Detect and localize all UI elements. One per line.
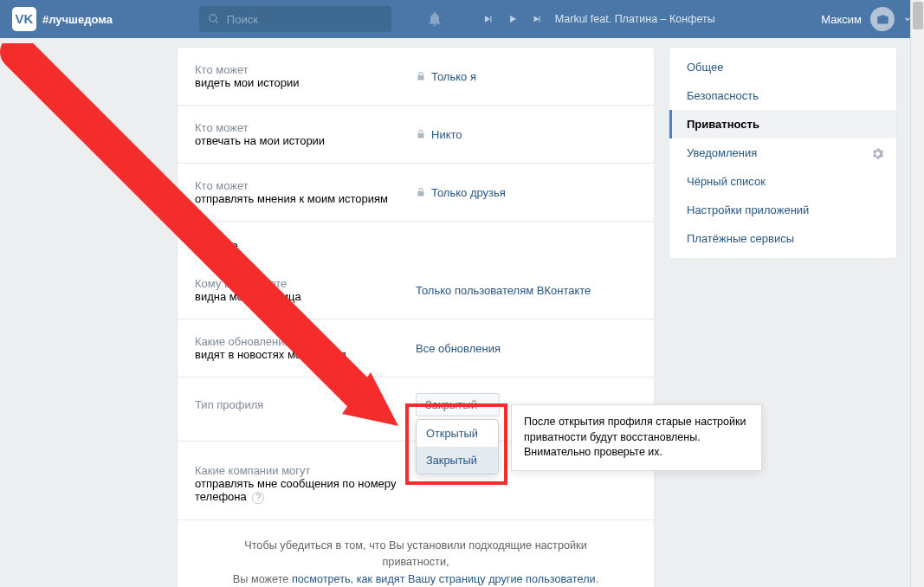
user-menu[interactable]: Максим: [821, 7, 912, 31]
sidebar-item-general[interactable]: Общее: [669, 53, 896, 81]
sidebar-item-app-settings[interactable]: Настройки приложений: [669, 196, 896, 224]
play-icon[interactable]: [507, 13, 519, 25]
settings-sidebar: Общее Безопасность Приватность Уведомлен…: [669, 47, 897, 259]
top-header: VK #лучшедома Поиск Markul feat. Платина…: [0, 0, 924, 38]
dropdown-selected: Закрытый: [425, 398, 477, 411]
scrollbar[interactable]: [910, 0, 924, 587]
profile-type-menu: Открытый Закрытый: [416, 419, 499, 474]
setting-row-stories-reply[interactable]: Кто можетотвечать на мои истории Никто: [178, 105, 654, 163]
search-placeholder: Поиск: [227, 13, 258, 26]
gear-icon[interactable]: [871, 147, 884, 160]
prev-track-icon[interactable]: [482, 13, 494, 25]
row-label: Тип профиля: [195, 398, 263, 411]
scrollbar-thumb[interactable]: [913, 2, 923, 29]
row-subject: отвечать на мои истории: [195, 134, 325, 147]
sidebar-item-privacy[interactable]: Приватность: [669, 110, 896, 139]
sidebar-item-notifications[interactable]: Уведомления: [669, 139, 896, 167]
lock-icon: [416, 129, 426, 139]
sidebar-item-payments[interactable]: Платёжные сервисы: [669, 224, 896, 253]
search-icon: [208, 13, 220, 25]
row-subject: отправлять мне сообщения по номеру телеф…: [195, 477, 396, 503]
row-question: Кому в интернете: [195, 277, 287, 290]
row-question: Кто может: [195, 179, 249, 192]
hashtag-link[interactable]: #лучшедома: [42, 13, 113, 26]
camera-icon: [876, 13, 889, 26]
setting-row-stories-opinions[interactable]: Кто можетотправлять мнения к моим истори…: [178, 163, 654, 221]
setting-row-stories-view[interactable]: Кто можетвидеть мои истории Только я: [178, 48, 654, 105]
settings-panel: Кто можетвидеть мои истории Только я Кто…: [177, 47, 655, 587]
row-question: Какие компании могут: [195, 464, 311, 477]
row-question: Какие обновления: [195, 335, 291, 348]
row-subject: видеть мои истории: [195, 76, 300, 89]
help-icon[interactable]: ?: [252, 492, 264, 504]
dropdown-option-open[interactable]: Открытый: [417, 420, 498, 447]
next-track-icon[interactable]: [531, 13, 543, 25]
section-other-title: Прочее: [178, 221, 654, 261]
avatar: [870, 7, 895, 31]
row-question: Кто может: [195, 121, 249, 134]
row-subject: отправлять мнения к моим историям: [195, 192, 388, 205]
row-value: Все обновления: [416, 342, 501, 355]
setting-row-updates[interactable]: Какие обновлениявидят в новостях мои дру…: [178, 319, 654, 377]
row-value: Только друзья: [431, 186, 506, 199]
svg-point-0: [210, 15, 216, 22]
row-question: Кто может: [195, 63, 249, 76]
sidebar-item-blacklist[interactable]: Чёрный список: [669, 167, 896, 196]
row-subject: видна моя страница: [195, 290, 301, 303]
row-value: Только пользователям ВКонтакте: [416, 284, 591, 297]
lock-icon: [416, 71, 426, 81]
audio-player: Markul feat. Платина – Конфеты: [482, 13, 715, 25]
vk-logo[interactable]: VK: [12, 7, 36, 31]
row-value: Только я: [431, 70, 476, 83]
svg-line-1: [216, 21, 218, 23]
setting-row-page-visibility[interactable]: Кому в интернетевидна моя страница Тольк…: [178, 261, 654, 319]
notifications-icon[interactable]: [426, 10, 443, 28]
lock-icon: [416, 187, 426, 197]
user-name: Максим: [821, 13, 862, 26]
profile-type-tooltip: После открытия профиля старые настройки …: [511, 404, 762, 471]
search-input[interactable]: Поиск: [199, 6, 391, 32]
dropdown-option-closed[interactable]: Закрытый: [417, 447, 498, 474]
profile-type-dropdown[interactable]: Закрытый: [416, 393, 500, 416]
track-title[interactable]: Markul feat. Платина – Конфеты: [555, 13, 715, 25]
chevron-down-icon: [482, 401, 490, 409]
row-value: Никто: [431, 128, 462, 141]
privacy-footer-note: Чтобы убедиться в том, что Вы установили…: [178, 519, 654, 588]
view-as-link[interactable]: посмотреть, как видят Вашу страницу друг…: [292, 573, 596, 585]
sidebar-item-security[interactable]: Безопасность: [669, 81, 896, 110]
row-subject: видят в новостях мои друзья: [195, 348, 346, 361]
